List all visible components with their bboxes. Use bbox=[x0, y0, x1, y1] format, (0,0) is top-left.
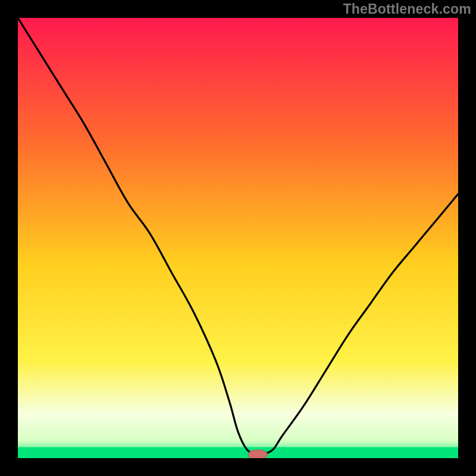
optimum-marker bbox=[248, 450, 268, 458]
gradient-background bbox=[18, 18, 458, 458]
plot-area bbox=[18, 18, 458, 458]
chart-frame: TheBottleneck.com bbox=[0, 0, 476, 476]
green-band bbox=[18, 447, 458, 459]
plot-svg bbox=[18, 18, 458, 458]
watermark-text: TheBottleneck.com bbox=[343, 1, 471, 17]
